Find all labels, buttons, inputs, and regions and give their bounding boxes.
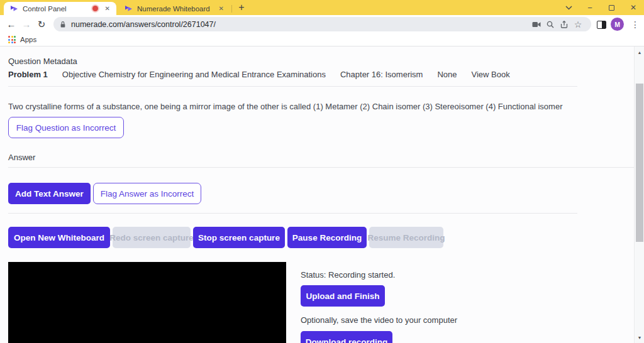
window-close-icon[interactable]: ✕ <box>623 0 644 15</box>
answer-heading: Answer <box>8 153 35 162</box>
new-tab-button[interactable]: + <box>235 1 248 14</box>
redo-screen-capture-button[interactable]: Redo screen capture <box>113 227 191 248</box>
resume-recording-button[interactable]: Resume Recording <box>369 227 443 248</box>
tab-control-panel[interactable]: Control Panel ✕ <box>4 2 116 15</box>
tab-numerade-whiteboard[interactable]: Numerade Whiteboard ✕ <box>119 2 230 15</box>
view-book-link[interactable]: View Book <box>472 70 510 79</box>
zoom-icon[interactable] <box>543 18 557 31</box>
menu-dots-icon[interactable]: ⋮ <box>628 17 643 32</box>
divider <box>8 213 577 214</box>
add-text-answer-button[interactable]: Add Text Answer <box>8 183 91 204</box>
tab-title: Numerade Whiteboard <box>137 5 218 13</box>
answer-actions-row: Add Text Answer Flag Answer as Incorrect <box>8 183 201 204</box>
divider <box>8 167 634 168</box>
address-bar[interactable]: numerade.com/answers/control/2671047/ ☆ <box>53 17 591 31</box>
numerade-logo-icon <box>125 5 133 12</box>
scrollbar[interactable]: ▲ ▼ <box>634 46 644 343</box>
question-metadata-heading: Question Metadata <box>8 57 77 66</box>
numerade-logo-icon <box>10 5 18 12</box>
tab-title: Control Panel <box>23 5 92 13</box>
book-title: Objective Chemistry for Engineering and … <box>62 70 326 79</box>
bookmarks-bar: Apps <box>0 33 644 46</box>
capture-actions-row: Open New Whiteboard Redo screen capture … <box>8 227 443 248</box>
scroll-down-icon[interactable]: ▼ <box>635 333 644 342</box>
bookmark-star-icon[interactable]: ☆ <box>571 18 585 31</box>
flag-answer-button[interactable]: Flag Answer as Incorrect <box>93 183 201 204</box>
flag-question-button[interactable]: Flag Question as Incorrect <box>8 117 124 138</box>
media-camera-icon[interactable] <box>530 18 543 31</box>
minimize-icon[interactable]: − <box>579 0 601 15</box>
url-text: numerade.com/answers/control/2671047/ <box>71 20 530 29</box>
problem-label: Problem 1 <box>8 70 48 79</box>
apps-shortcut[interactable]: Apps <box>20 36 36 43</box>
question-text: Two crystalline forms of a substance, on… <box>8 102 562 111</box>
avatar[interactable]: M <box>611 18 624 31</box>
upload-and-finish-button[interactable]: Upload and Finish <box>301 285 385 307</box>
video-preview <box>8 262 286 343</box>
divider <box>8 86 577 87</box>
apps-grid-icon <box>8 36 16 43</box>
chapter-label: Chapter 16: Isomerism <box>340 70 423 79</box>
recording-status-text: Status: Recording started. <box>301 270 395 280</box>
forward-icon[interactable]: → <box>19 17 34 32</box>
scrollbar-thumb[interactable] <box>636 84 643 242</box>
save-note-text: Optionally, save the video to your compu… <box>301 315 457 325</box>
pause-recording-button[interactable]: Pause Recording <box>287 227 367 248</box>
page-content: Question Metadata Problem 1 Objective Ch… <box>0 46 634 343</box>
tab-strip: Control Panel ✕ Numerade Whiteboard ✕ + … <box>0 0 644 15</box>
side-panel-icon[interactable] <box>594 17 609 32</box>
section-label: None <box>437 70 457 79</box>
reload-icon[interactable]: ↻ <box>34 17 49 32</box>
lock-icon <box>60 21 66 28</box>
open-new-whiteboard-button[interactable]: Open New Whiteboard <box>8 227 110 248</box>
back-icon[interactable]: ← <box>4 17 19 32</box>
close-icon[interactable]: ✕ <box>104 4 111 13</box>
tab-separator <box>231 5 232 13</box>
recording-indicator-icon <box>92 6 98 11</box>
metadata-row: Problem 1 Objective Chemistry for Engine… <box>8 70 510 79</box>
share-icon[interactable] <box>557 18 571 31</box>
browser-toolbar: ← → ↻ numerade.com/answers/control/26710… <box>0 15 644 33</box>
close-icon[interactable]: ✕ <box>218 4 225 13</box>
browser-window: Control Panel ✕ Numerade Whiteboard ✕ + … <box>0 0 644 343</box>
stop-screen-capture-button[interactable]: Stop screen capture <box>193 227 285 248</box>
tab-search-icon[interactable] <box>558 0 579 15</box>
download-recording-button[interactable]: Download recording <box>301 331 392 343</box>
maximize-icon[interactable] <box>601 0 622 15</box>
scroll-up-icon[interactable]: ▲ <box>635 48 644 57</box>
